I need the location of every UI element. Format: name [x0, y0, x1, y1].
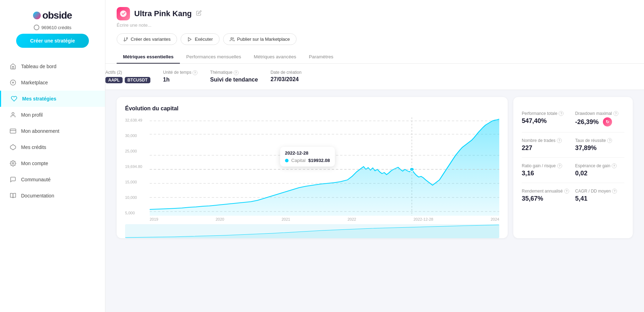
card-icon [10, 128, 16, 134]
sidebar-nav: Tableau de bord Marketplace Mes stratégi… [0, 58, 105, 312]
stat-nombre-trades: Nombre de trades ? 227 [522, 138, 571, 152]
credits-value: 969610 crédits [41, 25, 71, 30]
heart-icon [11, 96, 17, 102]
unite-label: Unité de temps ? [163, 70, 197, 75]
rendement-info-icon[interactable]: ? [564, 189, 569, 194]
actifs-label: Actifs (2) [105, 70, 150, 75]
execute-button[interactable]: Exécuter [181, 33, 219, 45]
unite-metric: Unité de temps ? 1h [163, 70, 197, 83]
sidebar-item-tableau-de-bord[interactable]: Tableau de bord [0, 58, 105, 74]
stat-rendement-label: Rendement annualisé ? [522, 189, 571, 194]
note-placeholder[interactable]: Écrire une note... [117, 22, 633, 28]
stat-esperance-gain: Espérance de gain ? 0,02 [575, 163, 624, 177]
drawdown-info-icon[interactable]: ? [613, 111, 618, 116]
sidebar-item-communaute[interactable]: Communauté [0, 171, 105, 188]
esperance-info-icon[interactable]: ? [612, 163, 617, 168]
capital-chart-card: Évolution du capital 32,638.49 30,000 25… [117, 97, 508, 238]
ratio-info-icon[interactable]: ? [557, 163, 562, 168]
svg-point-8 [124, 40, 125, 41]
tab-performances-mensuelles[interactable]: Performances mensuelles [180, 51, 247, 64]
credits-row: 969610 crédits [34, 25, 71, 30]
chat-icon [10, 176, 16, 183]
stat-drawdown-label: Drawdown maximal ? [575, 111, 624, 116]
nombre-trades-info-icon[interactable]: ? [557, 138, 562, 143]
edit-icon[interactable] [196, 10, 202, 17]
sidebar-item-mon-abonnement[interactable]: Mon abonnement [0, 123, 105, 139]
sidebar-item-mon-profil[interactable]: Mon profil [0, 107, 105, 123]
gear-icon [10, 160, 16, 167]
sidebar-logo: obside 969610 crédits Créer une stratégi… [0, 0, 105, 55]
chart-svg [150, 117, 499, 216]
stat-ratio-value: 3,16 [522, 170, 571, 177]
thematique-metric: Thématique ? Suivi de tendance [210, 70, 258, 83]
stat-drawdown-maximal: Drawdown maximal ? -26,39% ↻ [575, 111, 624, 126]
stat-cagr-dd: CAGR / DD moyen ? 5,41 [575, 189, 624, 202]
chart-title: Évolution du capital [125, 105, 499, 112]
main-content-area: Évolution du capital 32,638.49 30,000 25… [105, 90, 644, 249]
stat-row-2: Ratio gain / risque ? 3,16 Espérance de … [522, 158, 624, 183]
sidebar: obside 969610 crédits Créer une stratégi… [0, 0, 105, 312]
sidebar-item-mes-strategies[interactable]: Mes stratégies [0, 91, 105, 107]
sidebar-label-tableau-de-bord: Tableau de bord [21, 64, 56, 69]
stat-performance-totale-label: Performance totale ? [522, 111, 571, 116]
sidebar-item-documentation[interactable]: Documentation [0, 188, 105, 204]
tabs-row: Métriques essentielles Performances mens… [117, 51, 633, 63]
sidebar-label-communaute: Communauté [21, 177, 51, 182]
tab-metriques-essentielles[interactable]: Métriques essentielles [117, 51, 180, 64]
sidebar-label-mon-compte: Mon compte [21, 161, 48, 166]
sidebar-item-mon-compte[interactable]: Mon compte [0, 155, 105, 171]
date-value: 27/03/2024 [271, 76, 301, 83]
chart-container: Évolution du capital 32,638.49 30,000 25… [117, 97, 633, 238]
x-label-2019: 2019 [150, 217, 158, 221]
create-variants-label: Créer des variantes [131, 37, 170, 42]
mini-chart[interactable] [125, 224, 499, 238]
cagr-info-icon[interactable]: ? [612, 189, 617, 194]
strategy-icon [117, 7, 130, 20]
stat-performance-totale-value: 547,40% [522, 117, 571, 125]
svg-marker-4 [11, 145, 16, 150]
stat-row-3: Rendement annualisé ? 35,67% CAGR / DD m… [522, 183, 624, 208]
hexagon-icon [10, 144, 16, 150]
taux-reussite-info-icon[interactable]: ? [607, 138, 612, 143]
sidebar-item-mes-credits[interactable]: Mes crédits [0, 139, 105, 155]
home-icon [10, 63, 16, 70]
tab-metriques-avancees[interactable]: Métriques avancées [247, 51, 303, 64]
stat-cagr-label: CAGR / DD moyen ? [575, 189, 624, 194]
y-label-5: 10,000 [125, 195, 147, 200]
marketplace-icon [10, 79, 16, 86]
stat-nombre-trades-label: Nombre de trades ? [522, 138, 571, 143]
stat-nombre-trades-value: 227 [522, 144, 571, 152]
stat-rendement-annualise: Rendement annualisé ? 35,67% [522, 189, 571, 202]
thematique-info-icon[interactable]: ? [234, 70, 239, 75]
y-label-6: 5,000 [125, 211, 147, 215]
sidebar-item-marketplace[interactable]: Marketplace [0, 74, 105, 91]
thematique-value: Suivi de tendance [210, 77, 258, 83]
drawdown-refresh-button[interactable]: ↻ [603, 117, 612, 126]
stat-performance-totale: Performance totale ? 547,40% [522, 111, 571, 126]
user-icon [10, 112, 16, 118]
asset-tags: AAPL BTCUSDT [105, 77, 150, 83]
chart-area: 32,638.49 30,000 25,000 19,694.80 15,000… [125, 117, 499, 230]
tab-parametres[interactable]: Paramètres [303, 51, 340, 64]
stat-esperance-value: 0,02 [575, 170, 624, 177]
date-metric: Date de création 27/03/2024 [271, 70, 301, 83]
stat-cagr-value: 5,41 [575, 195, 624, 202]
x-label-2022-12-28: 2022-12-28 [414, 217, 433, 221]
svg-point-7 [126, 37, 128, 39]
sidebar-label-mes-credits: Mes crédits [21, 144, 46, 150]
book-icon [10, 193, 16, 199]
asset-tag-btcusdt: BTCUSDT [125, 77, 150, 83]
x-label-2020: 2020 [216, 217, 224, 221]
strategy-title: Ultra Pink Kang [134, 9, 192, 18]
unite-info-icon[interactable]: ? [193, 70, 197, 75]
x-label-2022: 2022 [347, 217, 356, 221]
create-strategy-button[interactable]: Créer une stratégie [16, 34, 89, 48]
svg-point-10 [231, 37, 233, 39]
publish-button[interactable]: Publier sur la Marketplace [223, 33, 297, 45]
sidebar-label-mon-profil: Mon profil [21, 112, 43, 118]
performance-totale-info-icon[interactable]: ? [559, 111, 564, 116]
execute-label: Exécuter [195, 37, 213, 42]
create-variants-button[interactable]: Créer des variantes [117, 33, 177, 45]
main-content: Ultra Pink Kang Écrire une note... Créer… [105, 0, 644, 312]
sidebar-label-mes-strategies: Mes stratégies [22, 96, 56, 102]
